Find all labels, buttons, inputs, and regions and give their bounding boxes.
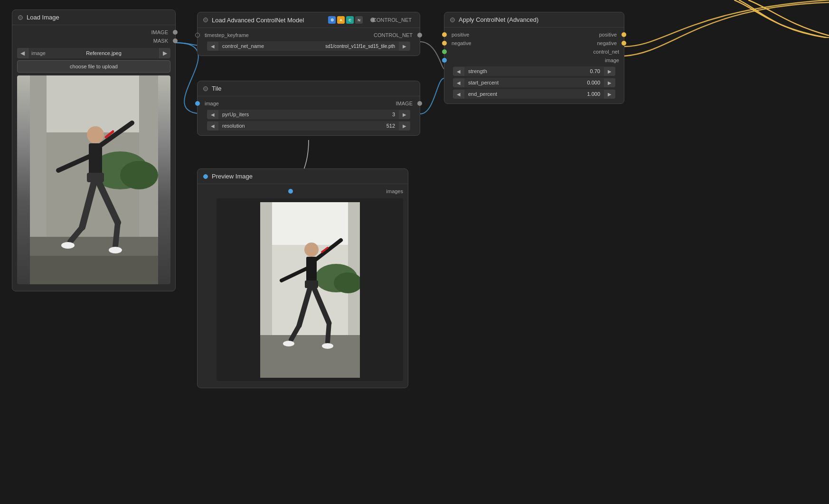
strength-param: ◀ strength 0.70 ▶: [453, 66, 615, 76]
controlnet-header: Load Advanced ControlNet Model ⚙ A C N C…: [198, 12, 420, 28]
image-selector-right-arrow[interactable]: ▶: [159, 48, 170, 58]
svg-point-7: [120, 161, 158, 189]
end-percent-label: end_percent: [464, 89, 583, 99]
load-image-node: Load Image IMAGE MASK ◀ image Reference.…: [12, 9, 176, 291]
control-net-in-label: control_net: [589, 49, 624, 55]
strength-label: strength: [464, 66, 585, 76]
strength-left-arrow[interactable]: ◀: [453, 67, 464, 76]
svg-point-36: [283, 341, 294, 346]
dancer-image-sim: [17, 75, 170, 284]
end-percent-right-arrow[interactable]: ▶: [604, 90, 615, 99]
control-net-name-param: ◀ control_net_name sd1/control_v11f1e_sd…: [207, 41, 410, 51]
svg-point-17: [61, 242, 75, 249]
control-net-out-label: CONTROL_NET: [369, 32, 417, 38]
images-port: images: [198, 187, 408, 196]
tile-image-port: image IMAGE: [198, 99, 420, 108]
strength-right-arrow[interactable]: ▶: [604, 67, 615, 76]
apply-status-dot: [450, 18, 455, 22]
resolution-value: 512: [380, 121, 399, 131]
image-output-connector[interactable]: [173, 30, 178, 35]
preview-image-area: [217, 198, 403, 381]
svg-point-27: [304, 243, 319, 257]
apply-body: positive positive negative negative cont…: [444, 28, 624, 103]
badge-icon-settings: ⚙: [328, 16, 336, 24]
svg-line-35: [328, 323, 329, 342]
load-image-header: Load Image: [12, 10, 175, 25]
image-selector-prefix: image: [28, 48, 48, 58]
control-net-name-left-arrow[interactable]: ◀: [207, 42, 218, 51]
resolution-label: resolution: [218, 121, 380, 131]
images-label: images: [382, 188, 408, 194]
resolution-left-arrow[interactable]: ◀: [207, 121, 218, 131]
pyrup-right-arrow[interactable]: ▶: [399, 110, 410, 119]
pyrup-value: 3: [380, 110, 399, 119]
preview-dancer-sim: [260, 202, 360, 378]
apply-image-label: image: [600, 57, 624, 63]
timestep-keyframe-port: timestep_keyframe CONTROL_NET: [198, 31, 420, 39]
load-image-body: IMAGE MASK ◀ image Reference.jpeg ▶ choo…: [12, 25, 175, 291]
start-percent-label: start_percent: [464, 78, 583, 87]
start-percent-param: ◀ start_percent 0.000 ▶: [453, 78, 615, 87]
image-selector: ◀ image Reference.jpeg ▶: [17, 48, 170, 58]
apply-controlnet-header: Apply ControlNet (Advanced): [444, 12, 624, 28]
start-percent-row: ◀ start_percent 0.000 ▶: [448, 78, 620, 87]
svg-rect-26: [260, 335, 360, 378]
orange-wires-top-right: [734, 0, 829, 38]
resolution-row: ◀ resolution 512 ▶: [202, 121, 415, 131]
preview-title: Preview Image: [212, 173, 253, 180]
pyrup-label: pyrUp_iters: [218, 110, 380, 119]
svg-rect-1: [30, 75, 158, 132]
images-input[interactable]: [288, 189, 293, 194]
badge-icon-c: C: [346, 16, 354, 24]
end-percent-param: ◀ end_percent 1.000 ▶: [453, 89, 615, 99]
pyrup-left-arrow[interactable]: ◀: [207, 110, 218, 119]
control-net-name-right-arrow[interactable]: ▶: [399, 42, 410, 51]
preview-status-dot: [203, 174, 208, 179]
mask-output-connector[interactable]: [173, 38, 178, 43]
control-net-name-row: ◀ control_net_name sd1/control_v11f1e_sd…: [202, 41, 415, 51]
apply-image-input[interactable]: [442, 58, 447, 63]
negative-output[interactable]: [622, 41, 626, 46]
upload-button[interactable]: choose file to upload: [17, 60, 170, 73]
end-percent-left-arrow[interactable]: ◀: [453, 90, 464, 99]
pyrup-row: ◀ pyrUp_iters 3 ▶: [202, 110, 415, 119]
preview-image-node: Preview Image images: [197, 168, 408, 388]
positive-output[interactable]: [622, 32, 626, 37]
svg-point-37: [322, 343, 333, 349]
positive-in-label: positive: [447, 32, 474, 37]
image-selector-left-arrow[interactable]: ◀: [17, 48, 28, 58]
apply-title: Apply ControlNet (Advanced): [459, 16, 538, 23]
image-selector-value: Reference.jpeg: [48, 48, 159, 58]
tile-header: Tile: [198, 81, 420, 96]
control-net-right-connector[interactable]: [417, 33, 422, 37]
tile-image-input[interactable]: [195, 101, 200, 106]
controlnet-body: timestep_keyframe CONTROL_NET ◀ control_…: [198, 28, 420, 56]
mask-output-label: MASK: [149, 38, 173, 44]
tile-status-dot: [203, 86, 208, 91]
end-percent-value: 1.000: [583, 89, 604, 99]
header-badges: ⚙ A C N: [328, 16, 363, 24]
negative-in-label: negative: [447, 40, 476, 46]
port-image-out: IMAGE: [12, 28, 175, 37]
svg-rect-21: [260, 202, 360, 245]
tile-image-label: image: [200, 101, 224, 106]
dancer-svg: [30, 75, 158, 284]
image-preview: [17, 75, 170, 284]
negative-input[interactable]: [442, 41, 447, 46]
tile-title: Tile: [212, 85, 221, 92]
start-percent-right-arrow[interactable]: ▶: [604, 78, 615, 87]
tile-image-output[interactable]: [417, 101, 422, 106]
positive-input[interactable]: [442, 32, 447, 37]
apply-controlnet-node: Apply ControlNet (Advanced) positive pos…: [444, 12, 624, 104]
control-net-input[interactable]: [442, 49, 447, 54]
strength-row: ◀ strength 0.70 ▶: [448, 66, 620, 76]
pyrup-param: ◀ pyrUp_iters 3 ▶: [207, 110, 410, 119]
preview-dancer-svg: [260, 202, 360, 378]
start-percent-left-arrow[interactable]: ◀: [453, 78, 464, 87]
controlnet-title: Load Advanced ControlNet Model: [212, 17, 304, 24]
preview-body: images: [198, 184, 408, 388]
tile-image-out-label: IMAGE: [391, 101, 417, 106]
resolution-right-arrow[interactable]: ▶: [399, 121, 410, 131]
negative-port: negative negative: [444, 39, 624, 47]
timestep-input-connector[interactable]: [195, 33, 200, 37]
